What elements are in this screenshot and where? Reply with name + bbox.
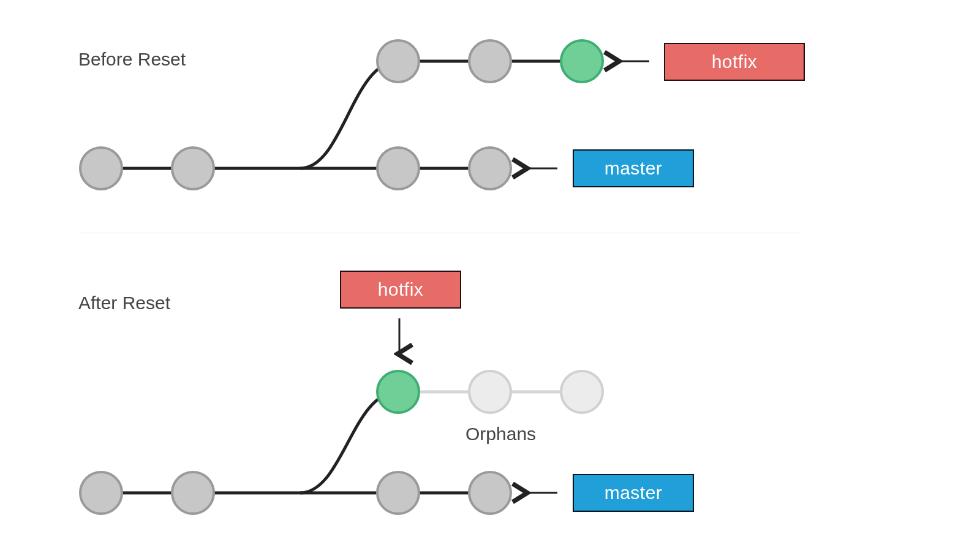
commit-node <box>172 148 214 189</box>
commit-node-head <box>561 40 603 82</box>
branch-tag-hotfix: hotfix <box>664 43 805 81</box>
branch-tag-master: master <box>573 149 694 187</box>
orphans-label: Orphans <box>466 424 536 444</box>
git-diagram-svg <box>0 0 980 551</box>
commit-node <box>80 148 122 189</box>
commit-node <box>469 40 511 82</box>
commit-node <box>172 472 214 514</box>
branch-tag-hotfix: hotfix <box>340 271 461 309</box>
branch-tag-master: master <box>573 474 694 512</box>
commit-node <box>377 148 419 189</box>
commit-node-orphan <box>469 371 511 413</box>
diagram-stage: Before Reset After Reset <box>0 0 980 551</box>
commit-node <box>377 472 419 514</box>
commit-node-head <box>377 371 419 413</box>
commit-node <box>469 472 511 514</box>
commit-node <box>469 148 511 189</box>
commit-node <box>80 472 122 514</box>
commit-node <box>377 40 419 82</box>
commit-node-orphan <box>561 371 603 413</box>
